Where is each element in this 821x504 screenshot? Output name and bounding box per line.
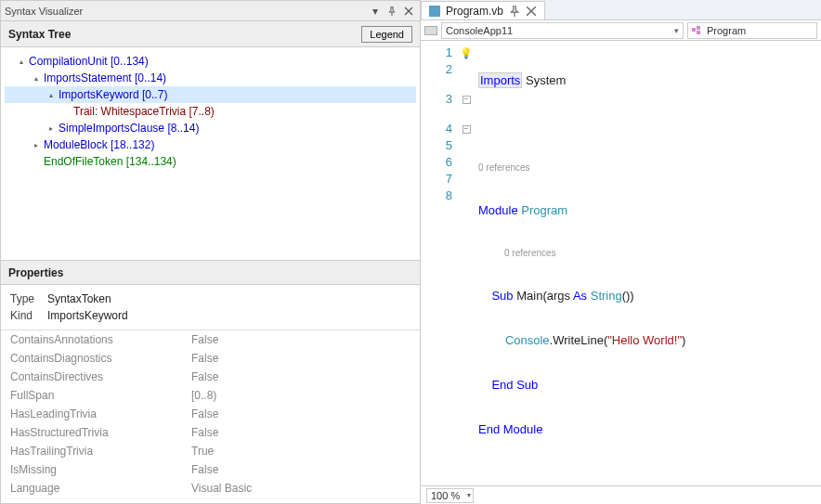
property-row[interactable]: HasLeadingTriviaFalse	[1, 405, 420, 423]
tree-node-label: SimpleImportsClause [8..14)	[59, 122, 199, 135]
line-number: 5	[421, 137, 452, 154]
tree-toggle-icon[interactable]: ▴	[46, 89, 57, 100]
line-number: 3	[421, 91, 452, 108]
tree-toggle-icon[interactable]: ▴	[16, 56, 27, 67]
tree-node[interactable]: ▴ImportsStatement [0..14)	[5, 70, 416, 86]
tree-node[interactable]: EndOfFileToken [134..134)	[5, 153, 416, 170]
svg-rect-2	[697, 31, 700, 34]
tab-close-icon[interactable]	[526, 6, 537, 17]
syntax-tree[interactable]: ▴CompilationUnit [0..134)▴ImportsStateme…	[1, 47, 420, 261]
tree-toggle-icon[interactable]: ▸	[31, 139, 42, 150]
editor-body[interactable]: 12345678 💡 − − Imports System 0 referenc…	[421, 41, 821, 485]
line-gutter: 12345678	[421, 41, 458, 485]
property-row[interactable]: ContainsDirectivesFalse	[1, 368, 420, 386]
editor-context-bar: ConsoleApp11 Program	[421, 20, 821, 41]
property-row[interactable]: ContainsDiagnosticsFalse	[1, 349, 420, 368]
tree-node-label: CompilationUnit [0..134)	[29, 55, 149, 68]
tree-node[interactable]: ▸SimpleImportsClause [8..14)	[5, 120, 416, 136]
property-value: False	[191, 333, 410, 346]
tree-node[interactable]: ▴CompilationUnit [0..134)	[5, 53, 416, 70]
property-row: KindImportsKeyword	[10, 307, 410, 324]
property-value: True	[191, 445, 410, 458]
property-value: False	[191, 370, 410, 383]
tree-toggle-icon[interactable]	[60, 106, 72, 117]
tree-node-label: ImportsStatement [0..14)	[44, 71, 166, 84]
tree-node[interactable]: ▴ImportsKeyword [0..7)	[5, 86, 416, 103]
line-number: 2	[421, 61, 452, 78]
property-value: [0..8)	[191, 389, 410, 402]
line-number: 7	[421, 171, 452, 187]
tree-node[interactable]: ▸ModuleBlock [18..132)	[5, 136, 416, 153]
properties-header: Properties	[1, 261, 420, 285]
line-number: 8	[421, 187, 452, 204]
property-value: False	[191, 463, 410, 476]
tree-node-label: EndOfFileToken [134..134)	[44, 155, 176, 168]
property-key: HasLeadingTrivia	[10, 407, 191, 420]
codelens[interactable]: 0 references	[478, 162, 821, 174]
property-row[interactable]: ContainsAnnotationsFalse	[1, 330, 420, 349]
pin-icon[interactable]	[384, 4, 399, 19]
property-key: FullSpan	[10, 389, 191, 402]
lightbulb-icon[interactable]: 💡	[460, 47, 473, 59]
editor-panel: Program.vb ConsoleApp11 Program 12345678…	[421, 0, 821, 504]
zoom-bar: 100 %	[421, 485, 821, 504]
property-key: ContainsDiagnostics	[10, 352, 191, 365]
property-row: TypeSyntaxToken	[10, 291, 410, 307]
property-key: HasTrailingTrivia	[10, 445, 191, 458]
tree-toggle-icon[interactable]	[31, 156, 42, 167]
syntax-visualizer-panel: Syntax Visualizer ▾ Syntax Tree Legend ▴…	[0, 0, 421, 504]
fold-toggle[interactable]: −	[463, 125, 471, 134]
property-value: False	[191, 426, 410, 439]
code-area[interactable]: Imports System 0 references Module Progr…	[475, 41, 821, 485]
dropdown-icon[interactable]: ▾	[368, 4, 383, 19]
line-number: 4	[421, 121, 452, 137]
tab-program-vb[interactable]: Program.vb	[421, 1, 545, 19]
property-value: Visual Basic	[191, 482, 410, 495]
tree-node-label: ImportsKeyword [0..7)	[59, 88, 167, 101]
panel-title: Syntax Visualizer	[5, 6, 83, 17]
property-row[interactable]: HasTrailingTriviaTrue	[1, 442, 420, 460]
property-row[interactable]: HasStructuredTriviaFalse	[1, 423, 420, 442]
tab-label: Program.vb	[446, 5, 503, 18]
tree-node-label: ModuleBlock [18..132)	[44, 138, 154, 151]
property-value: False	[191, 352, 410, 365]
project-dropdown[interactable]: ConsoleApp11	[441, 22, 684, 39]
properties-grid[interactable]: ContainsAnnotationsFalseContainsDiagnost…	[1, 330, 420, 503]
svg-rect-0	[692, 28, 696, 32]
vb-file-icon	[429, 6, 440, 17]
property-key: ContainsDirectives	[10, 370, 191, 383]
property-key: Language	[10, 482, 191, 495]
codelens[interactable]: 0 references	[478, 247, 821, 260]
property-row[interactable]: IsMissingFalse	[1, 460, 420, 479]
properties-section: Properties TypeSyntaxTokenKindImportsKey…	[1, 261, 420, 503]
fold-toggle[interactable]: −	[463, 96, 471, 104]
property-row[interactable]: LanguageVisual Basic	[1, 479, 420, 498]
panel-titlebar: Syntax Visualizer ▾	[1, 1, 420, 21]
close-icon[interactable]	[401, 4, 416, 19]
properties-summary: TypeSyntaxTokenKindImportsKeyword	[1, 285, 420, 330]
property-row[interactable]: FullSpan[0..8)	[1, 386, 420, 405]
tree-node[interactable]: Trail: WhitespaceTrivia [7..8)	[5, 103, 416, 120]
property-key: HasStructuredTrivia	[10, 426, 191, 439]
tree-toggle-icon[interactable]: ▸	[46, 123, 57, 134]
legend-button[interactable]: Legend	[361, 26, 412, 43]
fold-margin[interactable]: 💡 − −	[458, 41, 475, 485]
property-key: IsMissing	[10, 463, 191, 476]
line-number: 1	[421, 45, 452, 61]
svg-rect-1	[697, 26, 700, 30]
tree-node-label: Trail: WhitespaceTrivia [7..8)	[73, 105, 215, 118]
editor-tab-bar: Program.vb	[421, 0, 821, 20]
syntax-tree-label: Syntax Tree	[8, 28, 71, 41]
tab-pin-icon[interactable]	[509, 6, 520, 17]
project-icon	[424, 26, 437, 35]
scope-dropdown[interactable]: Program	[687, 22, 817, 39]
zoom-dropdown[interactable]: 100 %	[426, 488, 474, 503]
property-key: ContainsAnnotations	[10, 333, 191, 346]
tree-toggle-icon[interactable]: ▴	[31, 72, 42, 84]
line-number: 6	[421, 154, 452, 171]
module-icon	[692, 26, 703, 35]
property-value: False	[191, 407, 410, 420]
syntax-tree-header: Syntax Tree Legend	[1, 21, 420, 47]
